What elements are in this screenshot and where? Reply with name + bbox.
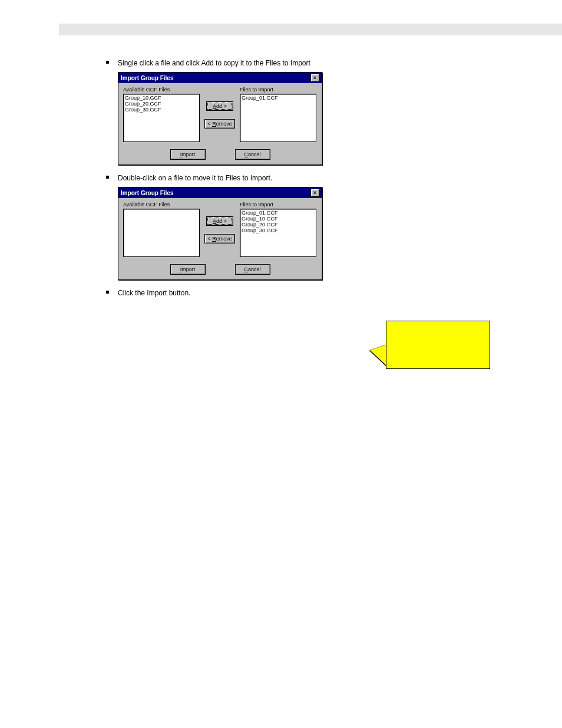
add-button[interactable]: Add >	[206, 216, 233, 226]
list-item[interactable]: Group_30.GCF	[125, 107, 198, 113]
import-column: Files to Import Group_01.GCF Group_10.GC…	[240, 202, 316, 257]
import-listbox[interactable]: Group_01.GCF Group_10.GCF Group_20.GCF G…	[240, 209, 316, 257]
bullet-item-1: Single click a file and click Add to cop…	[106, 59, 518, 67]
available-column: Available GCF Files Group_10.GCF Group_2…	[123, 87, 200, 142]
bullet-icon	[106, 176, 109, 179]
bullet-icon	[106, 61, 109, 64]
list-item[interactable]: Group_20.GCF	[125, 101, 198, 107]
list-item[interactable]: Group_20.GCF	[242, 222, 315, 228]
close-icon[interactable]: ×	[310, 74, 319, 82]
import-group-files-dialog-2: Import Group Files × Available GCF Files…	[118, 187, 322, 280]
callout-tail-icon	[370, 344, 388, 367]
available-column: Available GCF Files	[123, 202, 200, 257]
add-label: dd >	[216, 103, 227, 109]
dialog-titlebar: Import Group Files ×	[118, 73, 322, 83]
add-button[interactable]: Add >	[206, 101, 233, 111]
import-listbox[interactable]: Group_01.GCF	[240, 94, 316, 142]
header-bar	[59, 24, 562, 35]
remove-button[interactable]: < Remove	[204, 234, 234, 243]
available-label: Available GCF Files	[123, 202, 200, 207]
list-item[interactable]: Group_10.GCF	[125, 95, 198, 101]
close-icon[interactable]: ×	[310, 189, 319, 197]
bullet-item-2: Double-click on a file to move it to Fil…	[106, 174, 518, 182]
remove-button[interactable]: < Remove	[204, 119, 234, 129]
page-content: Single click a file and click Add to cop…	[106, 59, 518, 380]
available-listbox[interactable]	[123, 209, 200, 257]
transfer-buttons: Add > < Remove	[204, 202, 235, 257]
list-item[interactable]: Group_01.GCF	[242, 210, 315, 216]
bullet-item-3: Click the Import button.	[106, 289, 518, 297]
bullet-text-1: Single click a file and click Add to cop…	[118, 59, 310, 67]
import-label: Files to Import	[240, 202, 316, 207]
dialog-body: Available GCF Files Add > < Remove Files…	[118, 198, 322, 262]
dialog-title: Import Group Files	[121, 190, 173, 196]
list-item[interactable]: Group_10.GCF	[242, 216, 315, 222]
bullet-icon	[106, 291, 109, 294]
import-button[interactable]: Import	[170, 264, 206, 275]
cancel-button[interactable]: Cancel	[235, 149, 270, 160]
list-item[interactable]: Group_01.GCF	[242, 95, 315, 101]
cancel-button[interactable]: Cancel	[235, 264, 270, 275]
dialog-body: Available GCF Files Group_10.GCF Group_2…	[118, 83, 322, 147]
transfer-buttons: Add > < Remove	[204, 87, 235, 142]
callout-container	[106, 321, 518, 380]
dialog-title: Import Group Files	[121, 75, 173, 81]
available-listbox[interactable]: Group_10.GCF Group_20.GCF Group_30.GCF	[123, 94, 200, 142]
import-column: Files to Import Group_01.GCF	[240, 87, 316, 142]
callout-box	[386, 321, 490, 369]
dialog-footer: Import Cancel	[118, 262, 322, 279]
list-item[interactable]: Group_30.GCF	[242, 228, 315, 233]
bullet-text-2: Double-click on a file to move it to Fil…	[118, 174, 272, 182]
import-label: Files to Import	[240, 87, 316, 93]
import-button[interactable]: Import	[170, 149, 206, 160]
available-label: Available GCF Files	[123, 87, 200, 93]
dialog-titlebar: Import Group Files ×	[118, 187, 322, 198]
bullet-text-3: Click the Import button.	[118, 289, 190, 297]
import-group-files-dialog-1: Import Group Files × Available GCF Files…	[118, 72, 322, 165]
dialog-footer: Import Cancel	[118, 147, 322, 164]
